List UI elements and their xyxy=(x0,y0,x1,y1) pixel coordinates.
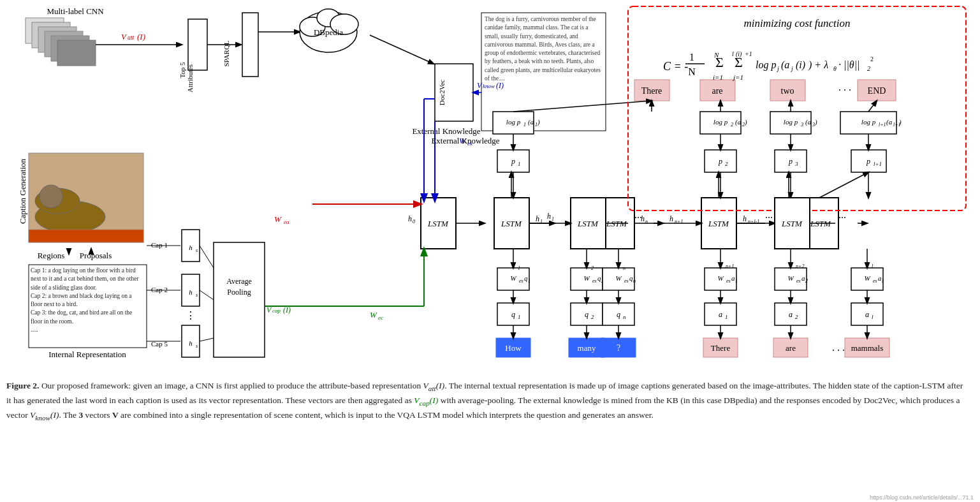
svg-line-241 xyxy=(868,101,877,112)
svg-text:W: W xyxy=(615,274,622,282)
svg-text:s: s xyxy=(196,343,198,349)
svg-text:p: p xyxy=(718,157,722,166)
svg-text:h: h xyxy=(536,214,539,223)
svg-text:n: n xyxy=(633,278,636,284)
svg-text:i=1: i=1 xyxy=(713,73,723,81)
svg-text:p: p xyxy=(866,157,870,166)
svg-text:a: a xyxy=(789,310,793,319)
svg-text:cap: cap xyxy=(272,307,281,314)
svg-text:ec: ec xyxy=(378,314,383,321)
svg-text:W: W xyxy=(864,274,870,282)
svg-text:(a: (a xyxy=(805,118,812,126)
svg-text:h: h xyxy=(547,212,551,221)
figure-caption: Figure 2. Our proposed framework: given … xyxy=(6,380,969,424)
svg-text:h: h xyxy=(189,288,193,296)
svg-text:q: q xyxy=(511,310,515,319)
main-container: Multi-label CNN V att (I) Top 5 Attribut… xyxy=(0,0,980,502)
svg-text:x: x xyxy=(719,262,722,269)
svg-text:2: 2 xyxy=(591,265,594,271)
svg-text:1: 1 xyxy=(735,278,738,284)
svg-text:p: p xyxy=(788,157,793,166)
svg-text:log p: log p xyxy=(713,118,728,126)
svg-text:minimizing cost function: minimizing cost function xyxy=(743,17,850,29)
svg-text:j: j xyxy=(790,65,793,72)
svg-text:1: 1 xyxy=(725,314,728,320)
svg-text:(I): (I) xyxy=(283,306,291,314)
svg-text:h: h xyxy=(189,339,193,347)
svg-line-67 xyxy=(200,338,214,341)
svg-text:n: n xyxy=(623,265,625,271)
svg-text:There: There xyxy=(711,343,731,353)
svg-line-65 xyxy=(200,246,214,268)
svg-text:(i): (i) xyxy=(796,59,805,71)
svg-text:N: N xyxy=(713,51,719,59)
svg-text:(a: (a xyxy=(781,59,789,71)
svg-text:know: know xyxy=(483,83,495,89)
svg-text:Average: Average xyxy=(226,277,252,286)
svg-text:+1: +1 xyxy=(745,50,752,57)
svg-text:ea: ea xyxy=(284,219,289,225)
svg-text:···: ··· xyxy=(765,212,773,223)
svg-text:· · ·: · · · xyxy=(838,85,851,96)
svg-text:Multi-label CNN: Multi-label CNN xyxy=(47,6,104,16)
svg-text:2: 2 xyxy=(725,161,728,167)
svg-text:att: att xyxy=(128,34,135,41)
svg-text:x: x xyxy=(511,262,515,269)
svg-text:Attributes: Attributes xyxy=(186,64,194,92)
svg-text:es: es xyxy=(873,278,877,284)
svg-text:log p: log p xyxy=(861,118,876,126)
svg-text:· ||θ||: · ||θ|| xyxy=(838,59,859,71)
svg-text:W: W xyxy=(787,274,794,282)
svg-text:j=1: j=1 xyxy=(732,73,743,81)
svg-line-66 xyxy=(200,290,214,300)
svg-text:h: h xyxy=(743,214,747,223)
svg-text:Cap 2: Cap 2 xyxy=(151,286,168,293)
svg-text:(a: (a xyxy=(735,118,742,126)
svg-line-283 xyxy=(819,172,868,198)
figure-label: Figure 2. xyxy=(6,381,40,390)
svg-text:Doc2Vec: Doc2Vec xyxy=(438,80,446,105)
svg-text:LSTM: LSTM xyxy=(781,219,803,228)
svg-text:LSTM: LSTM xyxy=(708,219,729,228)
caption-text: Figure 2. Our proposed framework: given … xyxy=(6,381,963,420)
svg-text:1: 1 xyxy=(518,265,520,271)
svg-text:V: V xyxy=(267,306,272,314)
svg-text:two: two xyxy=(781,86,794,96)
svg-text:a: a xyxy=(865,310,869,319)
svg-text:(I): (I) xyxy=(137,32,145,41)
svg-text:1: 1 xyxy=(523,122,526,128)
svg-rect-6 xyxy=(57,40,96,66)
svg-rect-62 xyxy=(214,242,265,357)
svg-text:Internal Representation: Internal Representation xyxy=(48,350,126,359)
svg-text:q: q xyxy=(617,310,620,319)
svg-text:): ) xyxy=(898,118,902,126)
svg-text:LSTM: LSTM xyxy=(427,219,449,228)
svg-text:l+1: l+1 xyxy=(879,122,886,128)
svg-text:?: ? xyxy=(617,343,620,353)
svg-text:1: 1 xyxy=(689,52,694,63)
svg-text:many: many xyxy=(578,343,596,353)
svg-text:W: W xyxy=(510,274,516,282)
svg-text:Regions: Regions xyxy=(38,251,65,260)
svg-text:h: h xyxy=(189,244,193,251)
svg-text:are: are xyxy=(712,86,722,96)
svg-rect-15 xyxy=(242,13,258,77)
svg-text:1: 1 xyxy=(552,216,554,222)
svg-rect-11 xyxy=(188,19,207,70)
svg-text:a: a xyxy=(719,310,722,319)
svg-text:1: 1 xyxy=(528,278,530,284)
svg-rect-242 xyxy=(628,6,966,210)
svg-text:(a: (a xyxy=(528,118,534,126)
svg-text:External Knowledge: External Knowledge xyxy=(412,126,480,136)
svg-text:j: j xyxy=(776,65,779,72)
diagram-svg: Multi-label CNN V att (I) Top 5 Attribut… xyxy=(0,0,980,376)
url-text: https://blog.csdn.net/article/details/..… xyxy=(870,494,974,501)
svg-text:C = -: C = - xyxy=(663,60,688,73)
svg-text:How: How xyxy=(505,343,522,353)
svg-text:n: n xyxy=(623,314,626,320)
svg-text:θ: θ xyxy=(833,65,837,72)
svg-text:W: W xyxy=(583,274,590,282)
svg-text:External Knowledge: External Knowledge xyxy=(431,136,499,145)
svg-text:2: 2 xyxy=(731,122,733,128)
svg-text:n+2: n+2 xyxy=(796,263,804,269)
